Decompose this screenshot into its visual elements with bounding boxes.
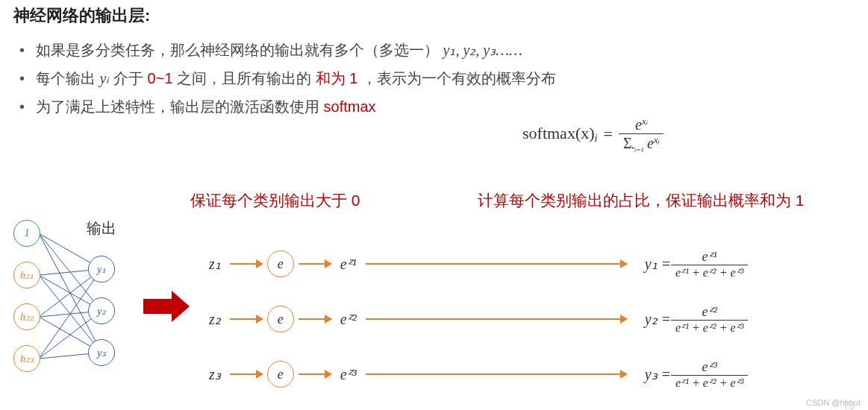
ez-label: eᶻ² [340, 310, 357, 328]
annotation-normalize: 计算每个类别输出的占比，保证输出概率和为 1 [478, 190, 805, 211]
bullet-3: 为了满足上述特性，输出层的激活函数使用 softmax [19, 92, 868, 121]
ez-label: eᶻ¹ [340, 255, 357, 273]
b2-d: ，表示为一个有效的概率分布 [362, 70, 556, 86]
y-node-1: y₁ [88, 256, 115, 283]
b3-a: 为了满足上述特性，输出层的激活函数使用 [36, 98, 324, 115]
ez-label: eᶻ³ [340, 365, 357, 383]
arrow-icon [230, 263, 263, 265]
y-node-2: y₂ [88, 297, 115, 324]
b2-b: 介于 [113, 70, 148, 86]
exp-node: e [267, 306, 294, 332]
softmax-row-1: z₁ e eᶻ¹ y₁ = eᶻ¹ eᶻ¹ + eᶻ² + eᶻ³ [209, 236, 858, 291]
arrow-icon [299, 318, 331, 320]
b2-sum: 和为 1 [316, 70, 358, 86]
z-label: z₃ [209, 365, 221, 383]
big-arrow-icon [143, 291, 190, 322]
softmax-formula: softmax(x)i = exᵢ Σⁿⱼ₌₁ exⱼ [522, 116, 664, 153]
b2-yi: yᵢ [100, 70, 110, 86]
annotation-nonneg: 保证每个类别输出大于 0 [190, 190, 360, 211]
y-eq: y₁ = [645, 255, 671, 273]
y-eq: y₂ = [645, 310, 671, 328]
b3-sm: softmax [324, 98, 376, 115]
exp-node: e [267, 250, 294, 277]
y-node-3: y₃ [88, 339, 115, 366]
arrow-icon [299, 373, 331, 375]
h-node-1: h₂₁ [13, 262, 40, 288]
arrow-icon [230, 373, 263, 375]
softmax-row-2: z₂ e eᶻ² y₂ = eᶻ² eᶻ¹ + eᶻ² + eᶻ³ [209, 291, 858, 347]
y-frac: eᶻ³ eᶻ¹ + eᶻ² + eᶻ³ [671, 359, 748, 390]
h-node-2: h₂₂ [13, 303, 40, 330]
sm-frac: exᵢ Σⁿⱼ₌₁ exⱼ [619, 116, 664, 153]
softmax-rows: z₁ e eᶻ¹ y₁ = eᶻ¹ eᶻ¹ + eᶻ² + eᶻ³ z₂ e e… [209, 236, 858, 402]
z-label: z₂ [209, 310, 221, 328]
b2-range: 0~1 [148, 70, 173, 86]
y-eq: y₃ = [645, 365, 671, 383]
bullet-list: 如果是多分类任务，那么神经网络的输出就有多个（多选一） y₁, y₂, y₃……… [0, 27, 868, 121]
network-diagram: 输出 1 h₂₁ h₂₂ h₂₃ y₁ y₂ y₃ [13, 220, 140, 399]
b2-c: 之间，且所有输出的 [177, 70, 311, 86]
bias-node: 1 [13, 220, 40, 247]
b2-a: 每个输出 [36, 70, 100, 86]
h-node-3: h₂₃ [13, 345, 40, 372]
bullet-1: 如果是多分类任务，那么神经网络的输出就有多个（多选一） y₁, y₂, y₃…… [19, 36, 868, 64]
exp-node: e [267, 361, 294, 388]
page-number: 76 [844, 400, 855, 410]
b1-text: 如果是多分类任务，那么神经网络的输出就有多个（多选一） [36, 42, 443, 58]
arrow-icon [366, 263, 627, 265]
b1-y: y₁, y₂, y₃…… [443, 42, 522, 58]
page-title: 神经网络的输出层: [0, 0, 868, 27]
y-frac: eᶻ² eᶻ¹ + eᶻ² + eᶻ³ [671, 303, 748, 335]
y-frac: eᶻ¹ eᶻ¹ + eᶻ² + eᶻ³ [671, 248, 748, 280]
bullet-2: 每个输出 yᵢ 介于 0~1 之间，且所有输出的 和为 1 ，表示为一个有效的概… [19, 64, 868, 92]
output-label: 输出 [87, 218, 116, 239]
softmax-row-3: z₃ e eᶻ³ y₃ = eᶻ³ eᶻ¹ + eᶻ² + eᶻ³ [209, 347, 858, 402]
z-label: z₁ [209, 255, 221, 273]
arrow-icon [366, 373, 627, 375]
arrow-icon [366, 318, 627, 320]
sm-eq: = [604, 124, 613, 144]
arrow-icon [299, 263, 331, 265]
sm-lhs: softmax(x)i [522, 124, 598, 145]
arrow-icon [230, 318, 263, 320]
